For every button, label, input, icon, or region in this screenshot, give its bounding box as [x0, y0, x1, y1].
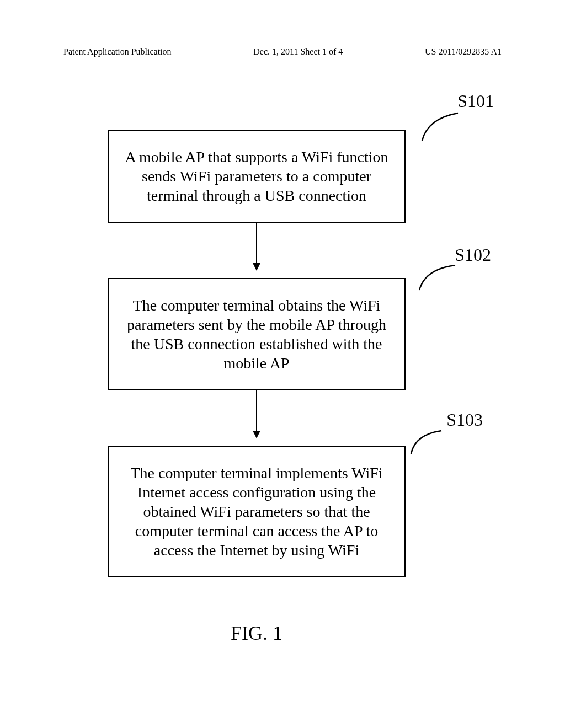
callout-curve-1: [419, 110, 463, 143]
flowchart-step-3: The computer terminal implements WiFi In…: [108, 446, 406, 577]
step-text-1: A mobile AP that supports a WiFi functio…: [125, 148, 388, 204]
figure-caption: FIG. 1: [108, 622, 406, 645]
step-text-2: The computer terminal obtains the WiFi p…: [127, 297, 386, 372]
step-label-s101: S101: [457, 91, 494, 111]
flowchart-step-2: The computer terminal obtains the WiFi p…: [108, 278, 406, 390]
arrow-head-icon: [253, 431, 260, 438]
arrow-line-icon: [256, 223, 257, 270]
callout-curve-3: [408, 429, 447, 457]
flowchart-diagram: S101 A mobile AP that supports a WiFi fu…: [83, 91, 480, 645]
header-left: Patent Application Publication: [63, 47, 172, 57]
step-text-3: The computer terminal implements WiFi In…: [130, 464, 382, 559]
arrow-line-icon: [256, 390, 257, 437]
arrow-1-to-2: [108, 223, 406, 278]
arrow-head-icon: [253, 263, 260, 271]
flowchart-step-1: A mobile AP that supports a WiFi functio…: [108, 130, 406, 223]
arrow-2-to-3: [108, 390, 406, 446]
header-right: US 2011/0292835 A1: [425, 47, 502, 57]
header-center: Dec. 1, 2011 Sheet 1 of 4: [253, 47, 343, 57]
step-label-s103: S103: [446, 410, 483, 430]
page-header: Patent Application Publication Dec. 1, 2…: [0, 47, 565, 57]
callout-curve-2: [417, 263, 461, 293]
